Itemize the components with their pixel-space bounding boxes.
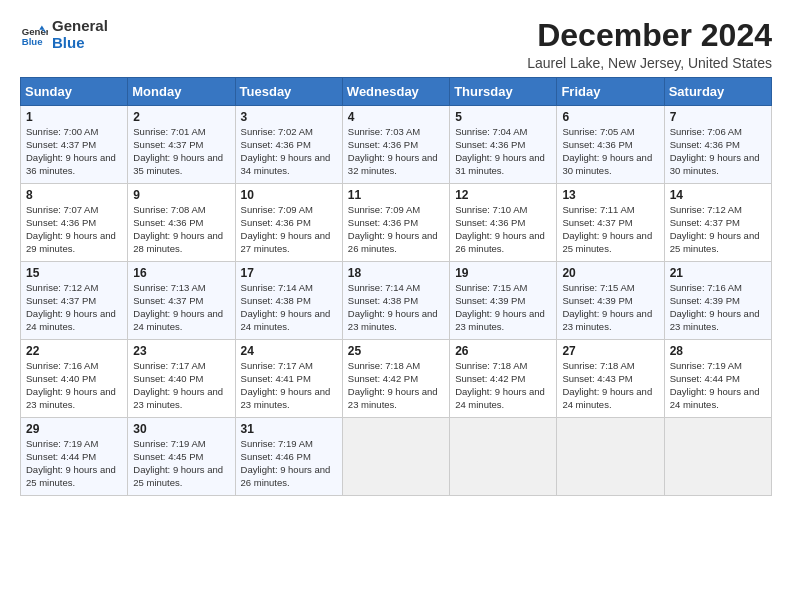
day-info: Sunrise: 7:06 AM Sunset: 4:36 PM Dayligh…	[670, 126, 766, 177]
day-number: 15	[26, 266, 122, 280]
calendar-subtitle: Laurel Lake, New Jersey, United States	[527, 55, 772, 71]
calendar-cell: 29 Sunrise: 7:19 AM Sunset: 4:44 PM Dayl…	[21, 418, 128, 496]
day-number: 25	[348, 344, 444, 358]
day-info: Sunrise: 7:11 AM Sunset: 4:37 PM Dayligh…	[562, 204, 658, 255]
calendar-week-4: 22 Sunrise: 7:16 AM Sunset: 4:40 PM Dayl…	[21, 340, 772, 418]
day-number: 12	[455, 188, 551, 202]
day-info: Sunrise: 7:09 AM Sunset: 4:36 PM Dayligh…	[241, 204, 337, 255]
calendar-week-1: 1 Sunrise: 7:00 AM Sunset: 4:37 PM Dayli…	[21, 106, 772, 184]
title-area: December 2024 Laurel Lake, New Jersey, U…	[527, 18, 772, 71]
day-info: Sunrise: 7:09 AM Sunset: 4:36 PM Dayligh…	[348, 204, 444, 255]
day-info: Sunrise: 7:01 AM Sunset: 4:37 PM Dayligh…	[133, 126, 229, 177]
header-tuesday: Tuesday	[235, 78, 342, 106]
calendar-cell: 31 Sunrise: 7:19 AM Sunset: 4:46 PM Dayl…	[235, 418, 342, 496]
day-number: 21	[670, 266, 766, 280]
calendar-cell: 27 Sunrise: 7:18 AM Sunset: 4:43 PM Dayl…	[557, 340, 664, 418]
calendar-cell: 1 Sunrise: 7:00 AM Sunset: 4:37 PM Dayli…	[21, 106, 128, 184]
calendar-cell: 28 Sunrise: 7:19 AM Sunset: 4:44 PM Dayl…	[664, 340, 771, 418]
header: General Blue GeneralBlue December 2024 L…	[20, 18, 772, 71]
calendar-week-2: 8 Sunrise: 7:07 AM Sunset: 4:36 PM Dayli…	[21, 184, 772, 262]
calendar-cell: 25 Sunrise: 7:18 AM Sunset: 4:42 PM Dayl…	[342, 340, 449, 418]
header-thursday: Thursday	[450, 78, 557, 106]
day-number: 20	[562, 266, 658, 280]
svg-text:Blue: Blue	[22, 35, 43, 46]
day-info: Sunrise: 7:17 AM Sunset: 4:40 PM Dayligh…	[133, 360, 229, 411]
day-number: 6	[562, 110, 658, 124]
calendar-cell	[664, 418, 771, 496]
day-info: Sunrise: 7:14 AM Sunset: 4:38 PM Dayligh…	[241, 282, 337, 333]
calendar-cell: 21 Sunrise: 7:16 AM Sunset: 4:39 PM Dayl…	[664, 262, 771, 340]
day-number: 16	[133, 266, 229, 280]
day-info: Sunrise: 7:12 AM Sunset: 4:37 PM Dayligh…	[670, 204, 766, 255]
day-number: 30	[133, 422, 229, 436]
day-info: Sunrise: 7:18 AM Sunset: 4:42 PM Dayligh…	[348, 360, 444, 411]
day-info: Sunrise: 7:13 AM Sunset: 4:37 PM Dayligh…	[133, 282, 229, 333]
day-info: Sunrise: 7:08 AM Sunset: 4:36 PM Dayligh…	[133, 204, 229, 255]
day-info: Sunrise: 7:19 AM Sunset: 4:44 PM Dayligh…	[26, 438, 122, 489]
calendar-week-3: 15 Sunrise: 7:12 AM Sunset: 4:37 PM Dayl…	[21, 262, 772, 340]
calendar-cell: 23 Sunrise: 7:17 AM Sunset: 4:40 PM Dayl…	[128, 340, 235, 418]
calendar-cell	[342, 418, 449, 496]
calendar-cell	[450, 418, 557, 496]
day-number: 10	[241, 188, 337, 202]
day-info: Sunrise: 7:04 AM Sunset: 4:36 PM Dayligh…	[455, 126, 551, 177]
header-sunday: Sunday	[21, 78, 128, 106]
header-friday: Friday	[557, 78, 664, 106]
day-info: Sunrise: 7:17 AM Sunset: 4:41 PM Dayligh…	[241, 360, 337, 411]
day-info: Sunrise: 7:10 AM Sunset: 4:36 PM Dayligh…	[455, 204, 551, 255]
calendar-cell: 10 Sunrise: 7:09 AM Sunset: 4:36 PM Dayl…	[235, 184, 342, 262]
day-number: 4	[348, 110, 444, 124]
day-number: 7	[670, 110, 766, 124]
day-info: Sunrise: 7:19 AM Sunset: 4:46 PM Dayligh…	[241, 438, 337, 489]
day-info: Sunrise: 7:19 AM Sunset: 4:45 PM Dayligh…	[133, 438, 229, 489]
calendar-cell: 14 Sunrise: 7:12 AM Sunset: 4:37 PM Dayl…	[664, 184, 771, 262]
day-number: 24	[241, 344, 337, 358]
day-number: 19	[455, 266, 551, 280]
calendar-cell: 11 Sunrise: 7:09 AM Sunset: 4:36 PM Dayl…	[342, 184, 449, 262]
day-number: 18	[348, 266, 444, 280]
calendar-cell: 20 Sunrise: 7:15 AM Sunset: 4:39 PM Dayl…	[557, 262, 664, 340]
logo-icon: General Blue	[20, 21, 48, 49]
day-info: Sunrise: 7:03 AM Sunset: 4:36 PM Dayligh…	[348, 126, 444, 177]
calendar-cell	[557, 418, 664, 496]
day-number: 17	[241, 266, 337, 280]
day-info: Sunrise: 7:15 AM Sunset: 4:39 PM Dayligh…	[455, 282, 551, 333]
calendar-cell: 5 Sunrise: 7:04 AM Sunset: 4:36 PM Dayli…	[450, 106, 557, 184]
day-info: Sunrise: 7:19 AM Sunset: 4:44 PM Dayligh…	[670, 360, 766, 411]
weekday-header-row: Sunday Monday Tuesday Wednesday Thursday…	[21, 78, 772, 106]
day-number: 11	[348, 188, 444, 202]
logo: General Blue GeneralBlue	[20, 18, 108, 51]
calendar-cell: 7 Sunrise: 7:06 AM Sunset: 4:36 PM Dayli…	[664, 106, 771, 184]
calendar-page: General Blue GeneralBlue December 2024 L…	[0, 0, 792, 506]
day-number: 2	[133, 110, 229, 124]
header-saturday: Saturday	[664, 78, 771, 106]
day-info: Sunrise: 7:12 AM Sunset: 4:37 PM Dayligh…	[26, 282, 122, 333]
day-info: Sunrise: 7:02 AM Sunset: 4:36 PM Dayligh…	[241, 126, 337, 177]
calendar-cell: 17 Sunrise: 7:14 AM Sunset: 4:38 PM Dayl…	[235, 262, 342, 340]
logo-text: GeneralBlue	[52, 18, 108, 51]
calendar-cell: 2 Sunrise: 7:01 AM Sunset: 4:37 PM Dayli…	[128, 106, 235, 184]
calendar-cell: 30 Sunrise: 7:19 AM Sunset: 4:45 PM Dayl…	[128, 418, 235, 496]
calendar-title: December 2024	[527, 18, 772, 53]
day-number: 1	[26, 110, 122, 124]
calendar-cell: 22 Sunrise: 7:16 AM Sunset: 4:40 PM Dayl…	[21, 340, 128, 418]
calendar-cell: 6 Sunrise: 7:05 AM Sunset: 4:36 PM Dayli…	[557, 106, 664, 184]
day-number: 22	[26, 344, 122, 358]
calendar-week-5: 29 Sunrise: 7:19 AM Sunset: 4:44 PM Dayl…	[21, 418, 772, 496]
day-info: Sunrise: 7:16 AM Sunset: 4:40 PM Dayligh…	[26, 360, 122, 411]
day-number: 26	[455, 344, 551, 358]
calendar-cell: 12 Sunrise: 7:10 AM Sunset: 4:36 PM Dayl…	[450, 184, 557, 262]
calendar-cell: 16 Sunrise: 7:13 AM Sunset: 4:37 PM Dayl…	[128, 262, 235, 340]
day-info: Sunrise: 7:05 AM Sunset: 4:36 PM Dayligh…	[562, 126, 658, 177]
calendar-cell: 13 Sunrise: 7:11 AM Sunset: 4:37 PM Dayl…	[557, 184, 664, 262]
day-info: Sunrise: 7:18 AM Sunset: 4:43 PM Dayligh…	[562, 360, 658, 411]
header-monday: Monday	[128, 78, 235, 106]
calendar-cell: 26 Sunrise: 7:18 AM Sunset: 4:42 PM Dayl…	[450, 340, 557, 418]
day-info: Sunrise: 7:16 AM Sunset: 4:39 PM Dayligh…	[670, 282, 766, 333]
day-number: 28	[670, 344, 766, 358]
day-number: 8	[26, 188, 122, 202]
day-info: Sunrise: 7:07 AM Sunset: 4:36 PM Dayligh…	[26, 204, 122, 255]
day-info: Sunrise: 7:15 AM Sunset: 4:39 PM Dayligh…	[562, 282, 658, 333]
calendar-cell: 4 Sunrise: 7:03 AM Sunset: 4:36 PM Dayli…	[342, 106, 449, 184]
calendar-cell: 3 Sunrise: 7:02 AM Sunset: 4:36 PM Dayli…	[235, 106, 342, 184]
